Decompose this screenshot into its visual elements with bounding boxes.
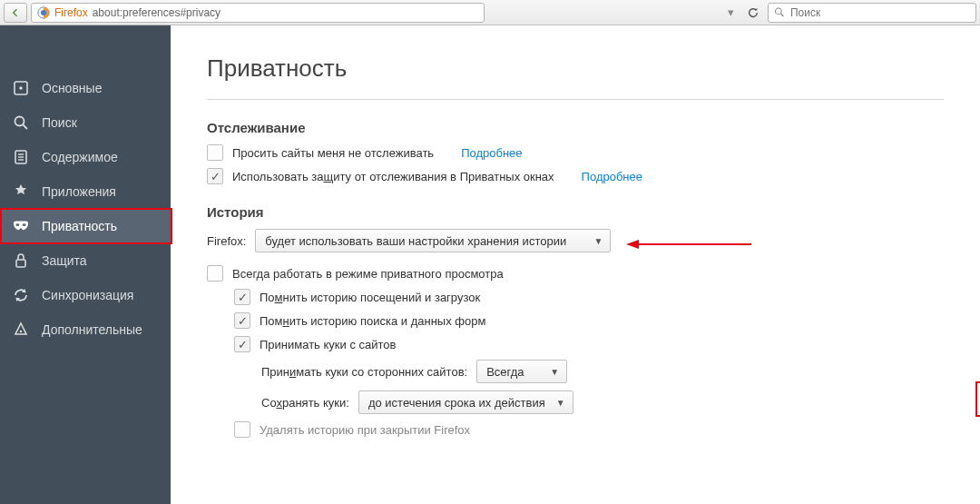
do-not-track-checkbox[interactable] xyxy=(207,144,223,161)
history-section: История Firefox: будет использовать ваши… xyxy=(207,204,944,438)
sidebar-item-label: Приватность xyxy=(42,219,117,233)
applications-icon xyxy=(13,183,29,200)
page-title: Приватность xyxy=(207,54,944,83)
third-party-cookies-label: Принимать куки со сторонних сайтов: xyxy=(261,365,467,379)
remember-browsing-checkbox[interactable] xyxy=(234,289,250,305)
svg-point-1 xyxy=(41,9,46,15)
general-icon xyxy=(13,80,29,96)
history-mode-select[interactable]: будет использовать ваши настройки хранен… xyxy=(255,229,611,252)
tracking-section: Отслеживание Просить сайты меня не отсле… xyxy=(207,120,944,184)
browser-search-input[interactable] xyxy=(790,6,970,19)
sidebar-item-sync[interactable]: Синхронизация xyxy=(0,278,171,312)
svg-point-13 xyxy=(23,223,26,226)
third-party-cookies-select[interactable]: Всегда ▼ xyxy=(476,360,567,383)
sync-icon xyxy=(13,287,29,303)
back-button[interactable] xyxy=(4,3,27,23)
sidebar-item-privacy[interactable]: Приватность xyxy=(0,209,171,243)
lock-icon xyxy=(13,252,29,269)
always-private-checkbox[interactable] xyxy=(207,265,223,282)
tracking-protection-more-link[interactable]: Подробнее xyxy=(582,170,642,183)
remember-browsing-label: Помнить историю посещений и загрузок xyxy=(260,291,480,304)
annotation-highlight-show-cookies: Показать куки… xyxy=(975,381,980,417)
search-icon xyxy=(774,6,785,18)
firefox-icon xyxy=(37,6,50,19)
divider xyxy=(207,99,944,100)
sidebar-item-label: Содержимое xyxy=(42,150,118,164)
clear-on-close-label: Удалять историю при закрытии Firefox xyxy=(260,423,470,437)
sidebar-item-content[interactable]: Содержимое xyxy=(0,140,171,174)
svg-point-2 xyxy=(775,8,781,15)
caret-down-icon: ▼ xyxy=(550,367,559,377)
remember-search-label: Помнить историю поиска и данных форм xyxy=(260,314,485,328)
sidebar-item-label: Приложения xyxy=(42,184,116,199)
url-bar[interactable]: Firefox about:preferences#privacy xyxy=(31,3,485,23)
url-app-label: Firefox xyxy=(54,6,88,19)
sidebar-item-label: Защита xyxy=(42,253,87,268)
tracking-protection-label: Использовать защиту от отслеживания в Пр… xyxy=(232,170,554,183)
browser-search-box[interactable] xyxy=(768,3,976,23)
main-panel: Приватность Отслеживание Просить сайты м… xyxy=(171,25,980,504)
preferences-sidebar: Основные Поиск Содержимое Приложения При… xyxy=(0,25,171,504)
privacy-mask-icon xyxy=(13,218,29,234)
browser-navbar: Firefox about:preferences#privacy ▾ xyxy=(0,0,980,25)
sidebar-item-label: Дополнительные xyxy=(42,322,142,337)
sidebar-item-label: Синхронизация xyxy=(42,288,133,302)
svg-line-3 xyxy=(780,14,783,16)
tracking-heading: Отслеживание xyxy=(207,120,944,135)
keep-cookies-select[interactable]: до истечения срока их действия ▼ xyxy=(358,390,573,414)
do-not-track-more-link[interactable]: Подробнее xyxy=(461,146,522,160)
url-text: about:preferences#privacy xyxy=(93,6,220,19)
remember-search-checkbox[interactable] xyxy=(234,312,250,329)
sidebar-item-security[interactable]: Защита xyxy=(0,243,171,278)
clear-on-close-checkbox[interactable] xyxy=(234,421,250,438)
sidebar-item-search[interactable]: Поиск xyxy=(0,105,171,140)
annotation-arrow-history-mode xyxy=(626,238,753,253)
svg-line-7 xyxy=(24,125,28,130)
do-not-track-label: Просить сайты меня не отслеживать xyxy=(232,146,434,160)
third-party-cookies-value: Всегда xyxy=(486,365,524,379)
tracking-protection-checkbox[interactable] xyxy=(207,168,223,184)
svg-point-12 xyxy=(15,223,19,226)
caret-down-icon: ▼ xyxy=(556,398,565,408)
accept-cookies-checkbox[interactable] xyxy=(234,336,250,352)
url-dropdown-icon[interactable]: ▾ xyxy=(722,5,739,19)
history-mode-value: будет использовать ваши настройки хранен… xyxy=(265,234,566,248)
sidebar-item-label: Поиск xyxy=(42,115,77,130)
content-area: Основные Поиск Содержимое Приложения При… xyxy=(0,25,980,504)
svg-rect-14 xyxy=(16,260,25,267)
content-icon xyxy=(13,149,29,165)
sidebar-item-label: Основные xyxy=(42,81,102,95)
sidebar-item-applications[interactable]: Приложения xyxy=(0,174,171,209)
history-heading: История xyxy=(207,204,944,220)
accept-cookies-label: Принимать куки с сайтов xyxy=(260,338,396,351)
svg-point-15 xyxy=(20,331,23,333)
reload-button[interactable] xyxy=(742,3,764,23)
sidebar-item-advanced[interactable]: Дополнительные xyxy=(0,312,171,347)
svg-point-6 xyxy=(15,117,24,126)
always-private-label: Всегда работать в режиме приватного прос… xyxy=(232,267,504,281)
keep-cookies-value: до истечения срока их действия xyxy=(368,396,545,410)
advanced-icon xyxy=(13,321,29,338)
firefox-will-label: Firefox: xyxy=(207,234,246,248)
svg-point-5 xyxy=(19,86,23,90)
sidebar-item-general[interactable]: Основные xyxy=(0,71,171,105)
keep-cookies-label: Сохранять куки: xyxy=(261,396,349,410)
caret-down-icon: ▼ xyxy=(593,236,603,246)
search-icon xyxy=(13,114,29,131)
